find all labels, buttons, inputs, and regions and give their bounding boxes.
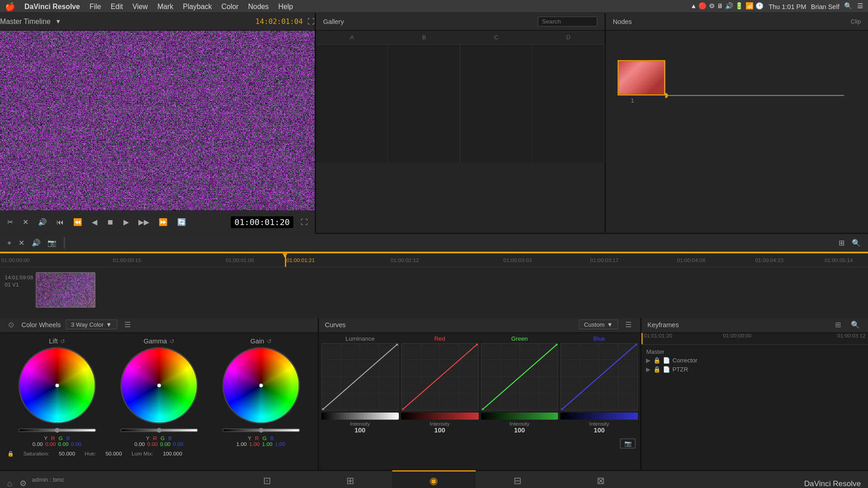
- media-icon: ⊡: [263, 475, 271, 486]
- blue-curve-label: Blue: [561, 335, 638, 342]
- blue-intensity-value: 100: [561, 427, 638, 434]
- timeline-camera-btn[interactable]: 📷: [45, 238, 59, 248]
- gallery-cell-d[interactable]: [533, 45, 605, 163]
- settings-btn[interactable]: ⚙: [17, 476, 30, 488]
- next-btn[interactable]: ▶▶: [136, 217, 151, 227]
- blue-curve-canvas[interactable]: [561, 343, 638, 411]
- gamma-numeric-values: 0.00 0.00 0.00 0.00: [134, 441, 183, 447]
- mark-tool-btn[interactable]: ✕: [20, 217, 31, 227]
- luminance-intensity-bar[interactable]: [321, 413, 399, 420]
- bottom-nav-left-icons: ⌂ ⚙ admin : bmc: [5, 476, 65, 488]
- gain-slider-container: [222, 426, 299, 433]
- gallery-search-input[interactable]: [538, 17, 597, 27]
- timeline-cursor-btn[interactable]: ⌖: [5, 238, 14, 248]
- nav-conform[interactable]: ⊞ CONFORM: [309, 470, 392, 488]
- gallery-grid-header: A B C D: [316, 31, 604, 45]
- timeline-zoom-btn[interactable]: 🔍: [849, 238, 863, 248]
- curves-menu-btn[interactable]: ☰: [623, 319, 634, 329]
- kf-ptzr-file-icon: 📄: [663, 366, 670, 372]
- color-wheels-icon[interactable]: ⊙: [6, 319, 17, 329]
- cursor-tool-btn[interactable]: ✂: [5, 217, 16, 227]
- fullscreen-icon[interactable]: ⛶: [307, 17, 315, 25]
- gamma-slider[interactable]: [120, 428, 198, 432]
- nav-gallery[interactable]: ⊟ GALLERY: [476, 470, 559, 488]
- red-intensity-bar[interactable]: [401, 413, 478, 420]
- menu-help[interactable]: Help: [278, 2, 293, 10]
- menu-color[interactable]: Color: [222, 2, 239, 10]
- timeline-clip[interactable]: [36, 272, 95, 308]
- prev-frame-btn[interactable]: ⏪: [71, 217, 85, 227]
- hue-label: Hue:: [85, 451, 96, 457]
- timeline-ruler[interactable]: 01:00:00:00 01:00:00:15 01:00:01:06 01:0…: [0, 253, 868, 267]
- audio-btn[interactable]: 🔊: [36, 217, 49, 227]
- red-curve-svg: [401, 343, 477, 410]
- timeline-audio-btn[interactable]: 🔊: [29, 238, 43, 248]
- color-wheels-menu-btn[interactable]: ☰: [122, 319, 133, 329]
- menu-nodes[interactable]: Nodes: [248, 2, 269, 10]
- apple-icon[interactable]: 🍎: [5, 1, 15, 11]
- menu-view[interactable]: View: [132, 2, 148, 10]
- node-connection-line: [665, 78, 844, 125]
- gallery-cell-a[interactable]: [316, 45, 388, 163]
- gain-reset-btn[interactable]: ↺: [267, 338, 272, 344]
- gain-wheel-dot[interactable]: [259, 383, 264, 388]
- menu-extra-icon[interactable]: ☰: [857, 2, 863, 10]
- blue-intensity-bar[interactable]: [561, 413, 638, 420]
- gamma-color-wheel[interactable]: [120, 347, 198, 424]
- ruler-time-1: 01:00:00:15: [113, 257, 142, 263]
- ruler-time-6: 01:00:03:17: [590, 257, 619, 263]
- node-thumb-image: [619, 61, 664, 94]
- gallery-cell-b[interactable]: [388, 45, 460, 163]
- app-name: DaVinci Resolve: [24, 2, 80, 10]
- next-frame-btn[interactable]: ⏩: [156, 217, 170, 227]
- luminance-curve-canvas[interactable]: [321, 343, 399, 411]
- ruler-time-5: 01:00:03:03: [504, 257, 532, 263]
- gain-slider[interactable]: [222, 428, 299, 432]
- lift-color-wheel[interactable]: [18, 347, 95, 424]
- gamma-wheel-dot[interactable]: [156, 383, 161, 388]
- nav-media[interactable]: ⊡ MEDIA: [225, 470, 309, 488]
- color-wheels-mode-dropdown[interactable]: 3 Way Color ▼: [66, 319, 117, 329]
- kf-ptzr-track[interactable]: ▶ 🔒 📄 PTZR: [646, 365, 863, 374]
- timeline-grid-btn[interactable]: ⊞: [836, 238, 847, 248]
- nav-deliver[interactable]: ⊠ DELIVER: [559, 470, 643, 488]
- lift-wheel-dot[interactable]: [55, 383, 60, 388]
- node-thumbnail[interactable]: [618, 60, 665, 95]
- red-curve-canvas[interactable]: [401, 343, 478, 411]
- kf-ptzr-expand-icon[interactable]: ▶: [646, 366, 651, 372]
- gain-g-numeric: 1.00: [262, 441, 273, 447]
- prev-btn[interactable]: ◀: [90, 217, 99, 227]
- curves-title: Curves: [325, 321, 346, 328]
- lift-slider[interactable]: [18, 428, 95, 432]
- lift-reset-btn[interactable]: ↺: [60, 338, 65, 344]
- green-curve-canvas[interactable]: [481, 343, 558, 411]
- keyframes-zoom-btn[interactable]: 🔍: [848, 319, 862, 329]
- green-intensity-value: 100: [481, 427, 558, 434]
- keyframes-grid-btn[interactable]: ⊞: [833, 319, 844, 329]
- menu-mark[interactable]: Mark: [157, 2, 173, 10]
- search-icon[interactable]: 🔍: [844, 2, 852, 10]
- menu-edit[interactable]: Edit: [111, 2, 123, 10]
- kf-expand-icon[interactable]: ▶: [646, 357, 651, 363]
- nav-color[interactable]: ◉ COLOR: [392, 470, 476, 488]
- preview-dropdown-icon[interactable]: ▼: [55, 18, 61, 24]
- loop-btn[interactable]: 🔄: [175, 217, 188, 227]
- lift-values: Y R G B: [44, 436, 70, 441]
- green-curve-label: Green: [481, 335, 558, 342]
- gallery-cell-c[interactable]: [460, 45, 533, 163]
- stop-btn[interactable]: ⏹: [104, 217, 116, 227]
- green-intensity-bar[interactable]: [481, 413, 558, 420]
- timeline-cut-btn[interactable]: ✕: [16, 238, 27, 248]
- keyframes-ruler: 01:01:01:20 01:00:00:00 01:00:03:12: [642, 333, 868, 345]
- menu-file[interactable]: File: [90, 2, 101, 10]
- menu-playback[interactable]: Playback: [183, 2, 212, 10]
- gain-color-wheel[interactable]: [222, 347, 299, 424]
- gamma-reset-btn[interactable]: ↺: [170, 338, 175, 344]
- curves-mode-dropdown[interactable]: Custom ▼: [579, 319, 618, 329]
- snapshot-btn[interactable]: 📷: [620, 438, 635, 448]
- kf-corrector-track[interactable]: ▶ 🔒 📄 Corrector: [646, 356, 863, 365]
- clip-toggle-btn[interactable]: ⛶: [298, 217, 310, 227]
- play-btn[interactable]: ▶: [121, 217, 131, 227]
- home-btn[interactable]: ⌂: [5, 476, 15, 488]
- skip-start-btn[interactable]: ⏮: [54, 217, 66, 227]
